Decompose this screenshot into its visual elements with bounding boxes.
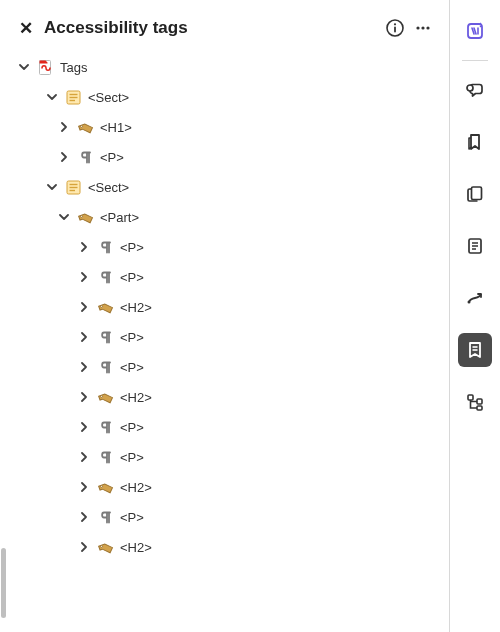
chevron-down-icon[interactable] [56,209,72,225]
chevron-right-icon[interactable] [76,299,92,315]
right-tool-rail [450,0,500,632]
chevron-right-icon[interactable] [76,479,92,495]
chevron-right-icon[interactable] [76,239,92,255]
tag-icon [76,208,94,226]
rail-order-button[interactable] [458,281,492,315]
pdf-icon [36,58,54,76]
bookmarks-icon [465,132,485,152]
chevron-down-icon[interactable] [16,59,32,75]
chevron-down-icon[interactable] [44,89,60,105]
rail-bookmarks-button[interactable] [458,125,492,159]
tree-node[interactable]: <P> [8,412,441,442]
tree-node[interactable]: <H2> [8,292,441,322]
svg-point-17 [100,305,103,308]
more-options-button[interactable] [409,14,437,42]
tree-node-label: <P> [118,450,144,465]
rail-comments-button[interactable] [458,73,492,107]
tag-icon [76,118,94,136]
chevron-down-icon[interactable] [44,179,60,195]
section-icon [64,88,82,106]
svg-point-16 [80,215,83,218]
paragraph-icon [76,148,94,166]
tree-node[interactable]: <H2> [8,472,441,502]
chevron-right-icon[interactable] [76,389,92,405]
comments-icon [465,80,485,100]
paragraph-icon [96,508,114,526]
tree-node-label: <P> [118,510,144,525]
paragraph-icon [96,328,114,346]
svg-point-22 [467,85,473,91]
rail-pages-button[interactable] [458,177,492,211]
svg-rect-32 [477,399,482,404]
order-icon [465,288,485,308]
rail-content-button[interactable] [458,229,492,263]
ai-assistant-icon [465,21,485,41]
tree-node[interactable]: <P> [8,142,441,172]
panel-header: ✕ Accessibility tags [0,8,449,52]
tree-node-label: Tags [58,60,87,75]
chevron-right-icon[interactable] [76,449,92,465]
info-button[interactable] [381,14,409,42]
tree-node[interactable]: <Sect> [8,82,441,112]
info-icon [385,18,405,38]
tree-node[interactable]: <P> [8,322,441,352]
chevron-right-icon[interactable] [76,419,92,435]
tree-node[interactable]: <P> [8,352,441,382]
paragraph-icon [96,268,114,286]
chevron-right-icon[interactable] [76,269,92,285]
paragraph-icon [96,448,114,466]
svg-point-5 [426,26,429,29]
chevron-right-icon[interactable] [56,119,72,135]
svg-point-1 [394,23,396,25]
svg-rect-2 [394,27,396,33]
tree-node-label: <P> [118,330,144,345]
tree-node[interactable]: <P> [8,442,441,472]
pages-icon [465,184,485,204]
tree-node-label: <H1> [98,120,132,135]
svg-rect-33 [477,406,482,410]
close-button[interactable]: ✕ [12,18,40,39]
svg-point-19 [100,485,103,488]
tree-node[interactable]: Tags [8,52,441,82]
chevron-right-icon[interactable] [56,149,72,165]
svg-point-18 [100,395,103,398]
chevron-right-icon[interactable] [76,539,92,555]
svg-point-20 [100,545,103,548]
tree-node-label: <H2> [118,300,152,315]
tree-node-label: <Sect> [86,180,129,195]
chevron-right-icon[interactable] [76,329,92,345]
tree-node-label: <H2> [118,540,152,555]
svg-point-3 [416,26,419,29]
tree-node[interactable]: <P> [8,262,441,292]
svg-rect-31 [468,395,473,400]
tree-node[interactable]: <P> [8,232,441,262]
scrollbar[interactable] [1,548,6,618]
tree-node-label: <P> [118,240,144,255]
tree-node-label: <P> [98,150,124,165]
tree-node[interactable]: <H1> [8,112,441,142]
tree-node[interactable]: <P> [8,502,441,532]
more-icon [413,18,433,38]
tree-node[interactable]: <H2> [8,382,441,412]
rail-structure-button[interactable] [458,385,492,419]
section-icon [64,178,82,196]
paragraph-icon [96,358,114,376]
tree-node[interactable]: <Part> [8,202,441,232]
rail-tags-button[interactable] [458,333,492,367]
svg-point-11 [80,125,83,128]
chevron-right-icon[interactable] [76,359,92,375]
rail-ai-assistant-button[interactable] [458,14,492,48]
tree-node[interactable]: <H2> [8,532,441,562]
paragraph-icon [96,238,114,256]
paragraph-icon [96,418,114,436]
panel-title: Accessibility tags [40,18,381,38]
tags-tree[interactable]: Tags <Sect> <H1> <P> <Sect> <Part> <P> <… [0,52,449,582]
tree-node-label: <Sect> [86,90,129,105]
tree-node[interactable]: <Sect> [8,172,441,202]
svg-point-4 [421,26,424,29]
structure-icon [465,392,485,412]
tag-icon [96,388,114,406]
rail-divider [462,60,488,61]
chevron-right-icon[interactable] [76,509,92,525]
tag-icon [96,478,114,496]
